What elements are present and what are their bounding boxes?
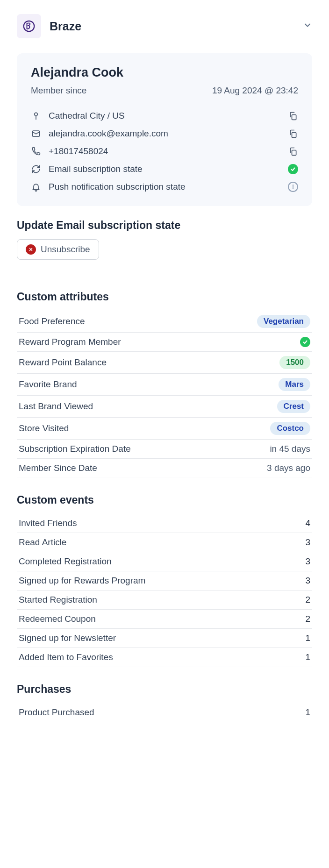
attribute-row: Store VisitedCostco: [17, 418, 312, 440]
profile-card: Alejandra Cook Member since 19 Aug 2024 …: [17, 53, 312, 206]
email-row: alejandra.cook@example.com: [31, 125, 298, 142]
push-sub-label: Push notification subscription state: [49, 182, 280, 192]
attribute-value-pill: Crest: [277, 400, 310, 413]
mail-icon: [31, 128, 41, 139]
event-row: Signed up for Newsletter1: [17, 629, 312, 648]
attribute-label: Reward Point Balance: [19, 357, 107, 368]
copy-icon: [288, 111, 298, 121]
location-row: Cathedral City / US: [31, 107, 298, 125]
attribute-value: 3 days ago: [267, 463, 310, 473]
attribute-label: Favorite Brand: [19, 379, 77, 390]
location-value: Cathedral City / US: [49, 111, 280, 121]
attribute-label: Food Preference: [19, 316, 85, 327]
bell-icon: [31, 182, 41, 192]
event-value: 3: [305, 537, 310, 548]
svg-point-1: [35, 113, 38, 116]
event-label: Started Registration: [19, 595, 97, 605]
phone-row: +18017458024: [31, 142, 298, 160]
attribute-row: Last Brand ViewedCrest: [17, 396, 312, 418]
event-value: 4: [305, 518, 310, 528]
event-value: 3: [305, 556, 310, 567]
event-value: 1: [305, 633, 310, 643]
attribute-row: Reward Point Balance1500: [17, 352, 312, 374]
sync-icon: [31, 164, 41, 174]
event-value: 2: [305, 595, 310, 605]
custom-attributes-list: Food PreferenceVegetarianReward Program …: [17, 311, 312, 478]
attribute-label: Store Visited: [19, 423, 69, 434]
check-icon: [290, 166, 296, 172]
event-label: Invited Friends: [19, 518, 77, 528]
event-label: Signed up for Rewards Program: [19, 576, 145, 586]
phone-icon: [31, 146, 41, 157]
event-row: Completed Registration3: [17, 552, 312, 571]
attribute-row: Food PreferenceVegetarian: [17, 311, 312, 333]
member-since-value: 19 Aug 2024 @ 23:42: [212, 85, 298, 96]
email-subscription-row: Email subscription state: [31, 160, 298, 178]
event-row: Added Item to Favorites1: [17, 648, 312, 667]
custom-events-heading: Custom events: [17, 494, 312, 506]
unsubscribe-button[interactable]: Unsubscribe: [17, 239, 99, 260]
attribute-label: Last Brand Viewed: [19, 401, 93, 412]
attribute-value: in 45 days: [270, 444, 310, 454]
attribute-row: Subscription Expiration Datein 45 days: [17, 440, 312, 459]
chevron-down-icon: [303, 21, 312, 30]
check-icon: [300, 337, 310, 347]
phone-value: +18017458024: [49, 146, 280, 157]
attribute-label: Member Since Date: [19, 463, 97, 473]
update-email-heading: Update Email subscription state: [17, 219, 312, 232]
event-row: Signed up for Rewards Program3: [17, 571, 312, 591]
status-unknown-icon: !: [288, 182, 298, 192]
event-row: Redeemed Coupon2: [17, 610, 312, 629]
copy-icon: [288, 147, 298, 156]
event-value: 1: [305, 652, 310, 662]
push-subscription-row: Push notification subscription state !: [31, 178, 298, 196]
attribute-value-pill: 1500: [279, 356, 310, 369]
email-value: alejandra.cook@example.com: [49, 128, 280, 139]
profile-name: Alejandra Cook: [31, 65, 298, 80]
custom-events-section: Custom events Invited Friends4Read Artic…: [17, 494, 312, 667]
attribute-label: Reward Program Member: [19, 337, 121, 347]
purchases-section: Purchases Product Purchased1: [17, 683, 312, 722]
app-title: Braze: [50, 20, 294, 33]
attribute-row: Member Since Date3 days ago: [17, 459, 312, 478]
custom-events-list: Invited Friends4Read Article3Completed R…: [17, 514, 312, 667]
copy-email-button[interactable]: [288, 128, 298, 139]
event-value: 3: [305, 576, 310, 586]
attribute-value-pill: Mars: [279, 378, 310, 391]
email-sub-label: Email subscription state: [49, 164, 280, 174]
attribute-label: Subscription Expiration Date: [19, 444, 131, 454]
event-label: Added Item to Favorites: [19, 652, 113, 662]
custom-attributes-section: Custom attributes Food PreferenceVegetar…: [17, 291, 312, 478]
attribute-value-pill: Vegetarian: [257, 315, 310, 328]
member-since-label: Member since: [31, 85, 86, 96]
custom-attributes-heading: Custom attributes: [17, 291, 312, 303]
pin-icon: [31, 111, 41, 121]
attribute-row: Favorite BrandMars: [17, 374, 312, 396]
svg-rect-6: [292, 150, 296, 156]
event-label: Redeemed Coupon: [19, 614, 96, 624]
svg-rect-3: [292, 115, 296, 120]
unsubscribe-label: Unsubscribe: [41, 244, 90, 255]
svg-rect-5: [292, 133, 296, 138]
event-label: Read Article: [19, 537, 66, 548]
purchase-label: Product Purchased: [19, 707, 94, 718]
event-label: Signed up for Newsletter: [19, 633, 116, 643]
purchase-value: 1: [305, 707, 310, 718]
expand-button[interactable]: [303, 21, 312, 32]
purchases-heading: Purchases: [17, 683, 312, 696]
event-label: Completed Registration: [19, 556, 112, 567]
event-row: Started Registration2: [17, 591, 312, 610]
app-logo: [17, 14, 41, 38]
purchases-list: Product Purchased1: [17, 703, 312, 722]
update-email-section: Update Email subscription state Unsubscr…: [17, 219, 312, 275]
copy-location-button[interactable]: [288, 111, 298, 121]
copy-icon: [288, 129, 298, 138]
braze-icon: [22, 19, 36, 33]
event-value: 2: [305, 614, 310, 624]
copy-phone-button[interactable]: [288, 146, 298, 157]
close-circle-icon: [26, 244, 36, 255]
event-row: Read Article3: [17, 533, 312, 552]
app-header: Braze: [17, 14, 312, 38]
attribute-row: Reward Program Member: [17, 333, 312, 352]
event-row: Invited Friends4: [17, 514, 312, 533]
